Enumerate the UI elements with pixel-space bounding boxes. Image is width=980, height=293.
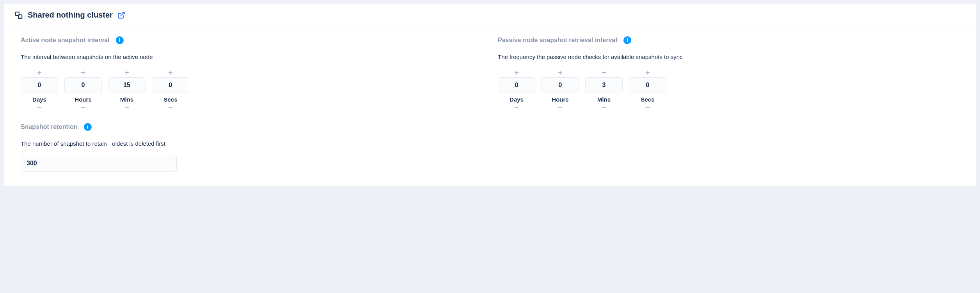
decrement-button[interactable]: − bbox=[108, 103, 146, 112]
increment-button[interactable]: + bbox=[152, 68, 189, 77]
decrement-button[interactable]: − bbox=[585, 103, 623, 112]
time-unit-mins: + Mins − bbox=[108, 68, 146, 112]
time-unit-secs: + Secs − bbox=[152, 68, 189, 112]
increment-button[interactable]: + bbox=[498, 68, 535, 77]
increment-button[interactable]: + bbox=[108, 68, 146, 77]
decrement-button[interactable]: − bbox=[152, 103, 189, 112]
time-unit-hours: + Hours − bbox=[64, 68, 102, 112]
panel-title: Shared nothing cluster bbox=[28, 11, 113, 20]
decrement-button[interactable]: − bbox=[541, 103, 579, 112]
time-unit-hours: + Hours − bbox=[541, 68, 579, 112]
time-unit-mins: + Mins − bbox=[585, 68, 623, 112]
increment-button[interactable]: + bbox=[629, 68, 666, 77]
time-unit-label: Mins bbox=[120, 96, 133, 103]
time-unit-label: Hours bbox=[75, 96, 91, 103]
retention-section: Snapshot retention i The number of snaps… bbox=[21, 123, 482, 172]
panel-header: Shared nothing cluster bbox=[4, 4, 976, 27]
secs-input[interactable] bbox=[629, 77, 666, 93]
decrement-button[interactable]: − bbox=[21, 103, 58, 112]
active-interval-desc: The interval between snapshots on the ac… bbox=[21, 54, 482, 60]
passive-interval-desc: The frequency the passive node checks fo… bbox=[498, 54, 959, 60]
mins-input[interactable] bbox=[108, 77, 146, 93]
info-icon[interactable]: i bbox=[84, 123, 92, 131]
time-unit-label: Days bbox=[510, 96, 524, 103]
decrement-button[interactable]: − bbox=[629, 103, 666, 112]
info-icon[interactable]: i bbox=[116, 36, 124, 44]
hours-input[interactable] bbox=[64, 77, 102, 93]
active-interval-title: Active node snapshot interval bbox=[21, 37, 110, 44]
time-unit-label: Secs bbox=[641, 96, 654, 103]
time-unit-secs: + Secs − bbox=[629, 68, 666, 112]
info-icon[interactable]: i bbox=[623, 36, 631, 44]
retention-desc: The number of snapshot to retain - oldes… bbox=[21, 140, 482, 147]
panel-body: Active node snapshot interval i The inte… bbox=[4, 27, 976, 186]
increment-button[interactable]: + bbox=[541, 68, 579, 77]
decrement-button[interactable]: − bbox=[64, 103, 102, 112]
time-unit-label: Hours bbox=[552, 96, 568, 103]
time-unit-days: + Days − bbox=[498, 68, 535, 112]
secs-input[interactable] bbox=[152, 77, 189, 93]
days-input[interactable] bbox=[21, 77, 58, 93]
retention-title: Snapshot retention bbox=[21, 123, 78, 130]
time-unit-label: Mins bbox=[597, 96, 611, 103]
shared-nothing-cluster-panel: Shared nothing cluster Active node snaps… bbox=[3, 3, 977, 186]
mins-input[interactable] bbox=[585, 77, 623, 93]
passive-interval-section: Passive node snapshot retrieval interval… bbox=[498, 36, 959, 112]
passive-interval-controls: + Days − + Hours − + Mins − bbox=[498, 68, 959, 112]
passive-interval-title: Passive node snapshot retrieval interval bbox=[498, 37, 617, 44]
time-unit-days: + Days − bbox=[21, 68, 58, 112]
external-link-icon[interactable] bbox=[117, 11, 125, 19]
time-unit-label: Secs bbox=[163, 96, 177, 103]
time-unit-label: Days bbox=[32, 96, 46, 103]
cluster-icon bbox=[14, 11, 23, 20]
svg-line-2 bbox=[121, 12, 124, 16]
active-interval-controls: + Days − + Hours − + Mins − bbox=[21, 68, 482, 112]
active-interval-section: Active node snapshot interval i The inte… bbox=[21, 36, 482, 112]
increment-button[interactable]: + bbox=[64, 68, 102, 77]
days-input[interactable] bbox=[498, 77, 535, 93]
increment-button[interactable]: + bbox=[585, 68, 623, 77]
increment-button[interactable]: + bbox=[21, 68, 58, 77]
hours-input[interactable] bbox=[541, 77, 579, 93]
decrement-button[interactable]: − bbox=[498, 103, 535, 112]
retention-input[interactable] bbox=[21, 155, 177, 172]
